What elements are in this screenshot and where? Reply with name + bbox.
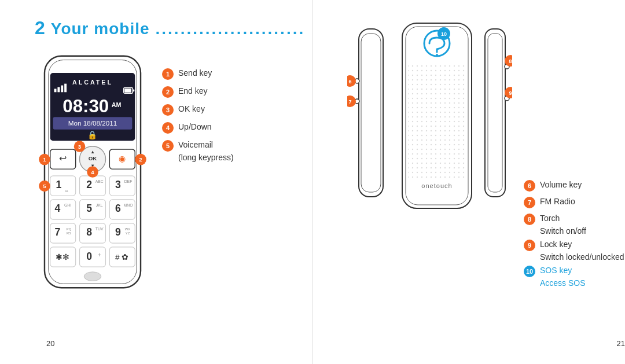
badge-1: 1 xyxy=(162,68,174,80)
svg-text:onetouch: onetouch xyxy=(421,182,452,189)
feature-list-left: 1 Send key 2 End key 3 OK key 4 Up/Down … xyxy=(162,50,324,296)
badge-2: 2 xyxy=(162,86,174,98)
svg-text:2: 2 xyxy=(86,179,92,190)
feature-item-1: 1 Send key xyxy=(162,68,324,80)
svg-text:10: 10 xyxy=(441,31,447,37)
svg-rect-33 xyxy=(50,200,76,219)
svg-rect-7 xyxy=(64,84,67,93)
svg-text:3: 3 xyxy=(115,179,121,190)
feature-item-7: 7 FM Radio xyxy=(524,196,625,208)
feature-item-5: 5 Voicemail xyxy=(162,139,324,152)
svg-text:8: 8 xyxy=(86,226,92,238)
feature-sub-10: Access SOS xyxy=(540,278,625,288)
svg-text:3: 3 xyxy=(78,144,82,150)
badge-5: 5 xyxy=(162,140,174,152)
badge-10: 10 xyxy=(524,266,535,277)
svg-text:WX: WX xyxy=(125,227,131,231)
feature-text-6: Volume key xyxy=(540,179,582,191)
svg-text:▲: ▲ xyxy=(90,149,95,155)
svg-text:MNO: MNO xyxy=(124,203,133,207)
svg-text:6: 6 xyxy=(115,203,121,214)
chapter-title: Your mobile xyxy=(51,20,150,38)
page-number-left: 20 xyxy=(46,339,54,348)
svg-rect-82 xyxy=(408,64,466,179)
svg-rect-71 xyxy=(359,29,383,197)
feature-item-6: 6 Volume key xyxy=(524,179,625,192)
svg-rect-24 xyxy=(50,176,76,196)
svg-text:RS: RS xyxy=(67,231,71,235)
feature-text-5: Voicemail xyxy=(178,139,213,151)
svg-text:Mon 18/08/2011: Mon 18/08/2011 xyxy=(68,119,117,127)
svg-text:JKL: JKL xyxy=(96,203,103,207)
svg-text:5: 5 xyxy=(43,183,46,189)
svg-text:9: 9 xyxy=(115,226,121,238)
feature-list-right: 6 Volume key 7 FM Radio 8 Torch Switch o… xyxy=(518,17,625,314)
phone-illustration: ALCATEL 08:30 AM Mon 18/08/2011 xyxy=(35,50,150,296)
svg-text:✱✻: ✱✻ xyxy=(56,253,69,262)
svg-rect-6 xyxy=(61,86,63,93)
page-number-right: 21 xyxy=(617,339,625,348)
page-divider xyxy=(312,0,313,364)
feature-sub-8: Switch on/off xyxy=(540,226,625,236)
badge-3: 3 xyxy=(162,104,174,116)
feature-text-8: Torch xyxy=(540,213,560,225)
chapter-dots: ........................ xyxy=(156,20,306,38)
feature-item-8: 8 Torch xyxy=(524,213,625,225)
svg-text:🔒: 🔒 xyxy=(88,130,98,140)
svg-text:OK: OK xyxy=(89,155,97,161)
svg-text:GHI: GHI xyxy=(64,203,71,207)
feature-text-9: Lock key xyxy=(540,239,572,251)
feature-sub-9: Switch locked/unlocked xyxy=(540,252,625,262)
feature-item-4: 4 Up/Down xyxy=(162,122,324,134)
svg-text:7: 7 xyxy=(55,226,61,238)
feature-text-1: Send key xyxy=(178,68,212,79)
svg-text:0: 0 xyxy=(86,251,92,262)
svg-text:ABC: ABC xyxy=(95,179,104,183)
svg-text:AM: AM xyxy=(112,101,122,108)
svg-text:1: 1 xyxy=(56,179,62,190)
svg-point-60 xyxy=(84,272,101,281)
svg-text:5: 5 xyxy=(86,203,92,214)
feature-item-3: 3 OK key xyxy=(162,104,324,116)
svg-rect-9 xyxy=(133,89,134,91)
feature-text-3: OK key xyxy=(178,104,205,115)
svg-rect-10 xyxy=(124,89,131,93)
svg-text:4: 4 xyxy=(55,203,61,214)
svg-rect-55 xyxy=(80,247,106,267)
feature-text-7: FM Radio xyxy=(540,196,575,208)
feature-item-9: 9 Lock key xyxy=(524,239,625,251)
svg-text:9: 9 xyxy=(509,90,512,96)
svg-text:◉: ◉ xyxy=(119,155,126,163)
badge-8: 8 xyxy=(524,214,535,225)
chapter-number: 2 xyxy=(35,17,45,39)
badge-9: 9 xyxy=(524,240,535,251)
svg-text:4: 4 xyxy=(91,169,94,175)
svg-text:PQ: PQ xyxy=(67,227,72,231)
svg-text:2: 2 xyxy=(139,156,142,163)
svg-text:YZ: YZ xyxy=(126,231,130,235)
feature-sub-5: (long keypress) xyxy=(178,153,324,162)
svg-text:DEF: DEF xyxy=(124,179,133,183)
badge-4: 4 xyxy=(162,122,174,134)
svg-text:ALCATEL: ALCATEL xyxy=(72,79,113,86)
svg-text:↩: ↩ xyxy=(59,153,67,163)
svg-text:08:30: 08:30 xyxy=(62,96,109,116)
badge-7: 7 xyxy=(524,197,535,208)
svg-text:+: + xyxy=(98,251,101,258)
svg-rect-42 xyxy=(50,223,76,243)
phone-views: 6 7 xyxy=(347,17,512,314)
svg-text:8: 8 xyxy=(509,58,512,64)
svg-rect-5 xyxy=(57,87,60,92)
feature-item-2: 2 End key xyxy=(162,86,324,98)
svg-rect-49 xyxy=(109,223,135,243)
feature-text-2: End key xyxy=(178,86,208,97)
feature-text-4: Up/Down xyxy=(178,122,212,133)
svg-text:TUV: TUV xyxy=(95,227,104,231)
svg-point-84 xyxy=(436,54,438,56)
feature-item-10: 10 SOS key xyxy=(524,265,625,277)
svg-text:6: 6 xyxy=(348,79,351,84)
badge-6: 6 xyxy=(524,180,535,192)
svg-text:∞: ∞ xyxy=(65,189,68,194)
svg-text:# ✿: # ✿ xyxy=(115,253,128,262)
svg-text:1: 1 xyxy=(43,156,46,163)
